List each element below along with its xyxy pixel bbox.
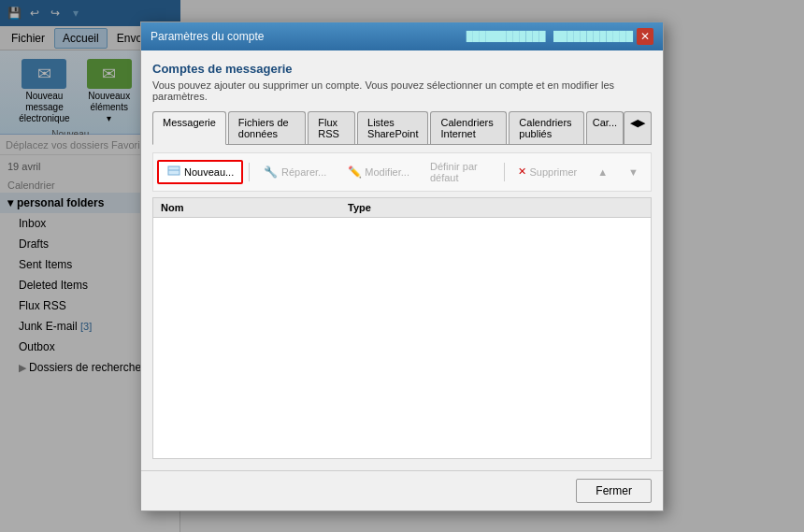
modifier-icon: ✏️ [347, 165, 362, 180]
tab-messagerie[interactable]: Messagerie [152, 111, 226, 145]
nouveau-account-icon [166, 165, 181, 180]
tab-flux-rss[interactable]: Flux RSS [308, 111, 355, 144]
toolbar-sep-1 [249, 163, 250, 181]
modal-title: Paramètres du compte [151, 30, 264, 43]
definir-defaut-button[interactable]: Définir par défaut [422, 157, 498, 187]
modal-accounts-table: Nom Type [152, 197, 652, 459]
modal-overlay: Paramètres du compte ████████████ ██████… [0, 0, 804, 532]
tab-fichiers-donnees[interactable]: Fichiers de données [228, 111, 306, 144]
tab-more[interactable]: Car... [586, 111, 624, 144]
supprimer-x-icon: ✕ [518, 165, 526, 178]
modal-title-right: ████████████ ████████████ ✕ [467, 28, 653, 45]
tab-calendriers-internet[interactable]: Calendriers Internet [430, 111, 507, 144]
nouveau-account-button[interactable]: Nouveau... [157, 160, 243, 184]
up-button[interactable]: ▲ [589, 163, 616, 181]
modal-account-info: ████████████ ████████████ [467, 31, 633, 41]
reparer-button[interactable]: 🔧 Réparer... [255, 161, 335, 183]
tab-calendriers-publies[interactable]: Calendriers publiés [509, 111, 583, 144]
toolbar-sep-2 [504, 163, 505, 181]
down-button[interactable]: ▼ [620, 163, 647, 181]
col-nom: Nom [161, 202, 348, 213]
tab-nav-arrows[interactable]: ◀▶ [624, 111, 652, 144]
modal-title-bar: Paramètres du compte ████████████ ██████… [141, 22, 663, 50]
reparer-icon: 🔧 [264, 165, 279, 180]
table-body [153, 218, 651, 442]
modal-tabs: Messagerie Fichiers de données Flux RSS … [152, 111, 652, 145]
modal-section-title: Comptes de messagerie [152, 62, 652, 76]
account-settings-modal: Paramètres du compte ████████████ ██████… [140, 22, 664, 511]
app-window: 💾 ↩ ↪ ▾ Outlook Aujourd'hui - Outlook (É… [0, 0, 804, 532]
col-type: Type [348, 202, 643, 213]
modifier-button[interactable]: ✏️ Modifier... [338, 161, 418, 183]
modal-toolbar: Nouveau... 🔧 Réparer... ✏️ Modifier... D… [152, 152, 652, 192]
modal-close-button[interactable]: ✕ [637, 28, 653, 45]
modal-section-desc: Vous pouvez ajouter ou supprimer un comp… [152, 79, 652, 102]
tab-listes-sharepoint[interactable]: Listes SharePoint [357, 111, 428, 144]
supprimer-account-button[interactable]: ✕ Supprimer [510, 162, 585, 181]
table-header: Nom Type [153, 198, 651, 218]
modal-body: Comptes de messagerie Vous pouvez ajoute… [141, 50, 663, 470]
fermer-button[interactable]: Fermer [576, 479, 652, 503]
modal-footer: Fermer [141, 470, 663, 510]
